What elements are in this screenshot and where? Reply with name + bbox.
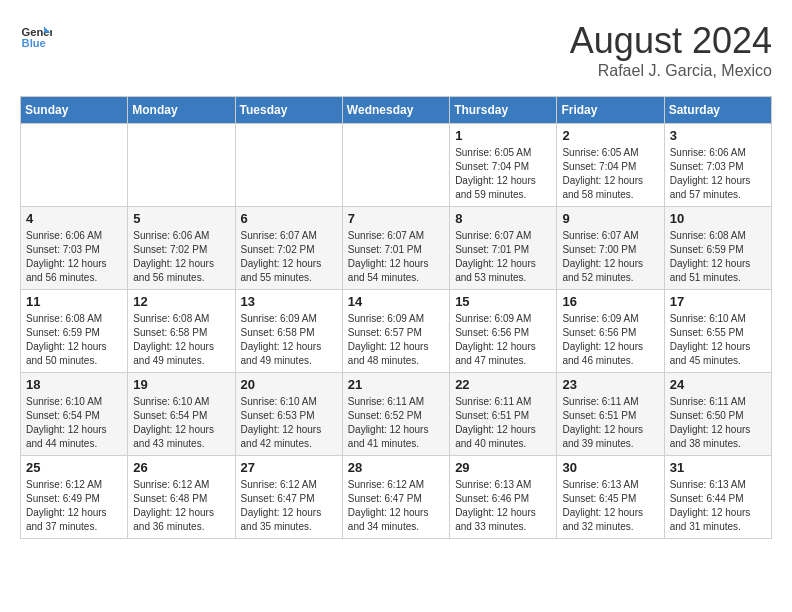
day-detail: Sunrise: 6:06 AMSunset: 7:03 PMDaylight:… [670, 146, 766, 202]
day-number: 11 [26, 294, 122, 309]
day-number: 17 [670, 294, 766, 309]
day-number: 30 [562, 460, 658, 475]
calendar-cell: 28Sunrise: 6:12 AMSunset: 6:47 PMDayligh… [342, 456, 449, 539]
calendar-cell: 26Sunrise: 6:12 AMSunset: 6:48 PMDayligh… [128, 456, 235, 539]
calendar-cell: 6Sunrise: 6:07 AMSunset: 7:02 PMDaylight… [235, 207, 342, 290]
weekday-header-monday: Monday [128, 97, 235, 124]
day-number: 3 [670, 128, 766, 143]
day-detail: Sunrise: 6:07 AMSunset: 7:01 PMDaylight:… [348, 229, 444, 285]
day-detail: Sunrise: 6:12 AMSunset: 6:47 PMDaylight:… [241, 478, 337, 534]
day-number: 21 [348, 377, 444, 392]
day-number: 6 [241, 211, 337, 226]
day-detail: Sunrise: 6:13 AMSunset: 6:45 PMDaylight:… [562, 478, 658, 534]
calendar-cell: 13Sunrise: 6:09 AMSunset: 6:58 PMDayligh… [235, 290, 342, 373]
calendar-cell: 19Sunrise: 6:10 AMSunset: 6:54 PMDayligh… [128, 373, 235, 456]
page-subtitle: Rafael J. Garcia, Mexico [570, 62, 772, 80]
calendar-cell: 29Sunrise: 6:13 AMSunset: 6:46 PMDayligh… [450, 456, 557, 539]
calendar-cell: 10Sunrise: 6:08 AMSunset: 6:59 PMDayligh… [664, 207, 771, 290]
day-detail: Sunrise: 6:09 AMSunset: 6:56 PMDaylight:… [455, 312, 551, 368]
weekday-header-tuesday: Tuesday [235, 97, 342, 124]
day-number: 14 [348, 294, 444, 309]
day-detail: Sunrise: 6:06 AMSunset: 7:02 PMDaylight:… [133, 229, 229, 285]
day-number: 13 [241, 294, 337, 309]
svg-text:Blue: Blue [22, 37, 46, 49]
day-detail: Sunrise: 6:11 AMSunset: 6:51 PMDaylight:… [455, 395, 551, 451]
day-detail: Sunrise: 6:13 AMSunset: 6:46 PMDaylight:… [455, 478, 551, 534]
weekday-header-saturday: Saturday [664, 97, 771, 124]
day-number: 4 [26, 211, 122, 226]
calendar-cell: 24Sunrise: 6:11 AMSunset: 6:50 PMDayligh… [664, 373, 771, 456]
day-detail: Sunrise: 6:09 AMSunset: 6:57 PMDaylight:… [348, 312, 444, 368]
calendar-cell: 4Sunrise: 6:06 AMSunset: 7:03 PMDaylight… [21, 207, 128, 290]
day-detail: Sunrise: 6:08 AMSunset: 6:59 PMDaylight:… [670, 229, 766, 285]
calendar-cell: 21Sunrise: 6:11 AMSunset: 6:52 PMDayligh… [342, 373, 449, 456]
calendar-cell [21, 124, 128, 207]
calendar-cell: 16Sunrise: 6:09 AMSunset: 6:56 PMDayligh… [557, 290, 664, 373]
day-number: 12 [133, 294, 229, 309]
day-detail: Sunrise: 6:09 AMSunset: 6:56 PMDaylight:… [562, 312, 658, 368]
day-detail: Sunrise: 6:05 AMSunset: 7:04 PMDaylight:… [455, 146, 551, 202]
day-number: 1 [455, 128, 551, 143]
day-detail: Sunrise: 6:06 AMSunset: 7:03 PMDaylight:… [26, 229, 122, 285]
calendar-cell: 30Sunrise: 6:13 AMSunset: 6:45 PMDayligh… [557, 456, 664, 539]
title-block: August 2024 Rafael J. Garcia, Mexico [570, 20, 772, 80]
day-detail: Sunrise: 6:07 AMSunset: 7:02 PMDaylight:… [241, 229, 337, 285]
calendar-cell: 25Sunrise: 6:12 AMSunset: 6:49 PMDayligh… [21, 456, 128, 539]
calendar-table: SundayMondayTuesdayWednesdayThursdayFrid… [20, 96, 772, 539]
calendar-cell: 17Sunrise: 6:10 AMSunset: 6:55 PMDayligh… [664, 290, 771, 373]
day-number: 16 [562, 294, 658, 309]
calendar-cell: 14Sunrise: 6:09 AMSunset: 6:57 PMDayligh… [342, 290, 449, 373]
day-detail: Sunrise: 6:08 AMSunset: 6:59 PMDaylight:… [26, 312, 122, 368]
day-detail: Sunrise: 6:12 AMSunset: 6:48 PMDaylight:… [133, 478, 229, 534]
calendar-cell: 3Sunrise: 6:06 AMSunset: 7:03 PMDaylight… [664, 124, 771, 207]
calendar-cell: 22Sunrise: 6:11 AMSunset: 6:51 PMDayligh… [450, 373, 557, 456]
day-number: 15 [455, 294, 551, 309]
day-detail: Sunrise: 6:05 AMSunset: 7:04 PMDaylight:… [562, 146, 658, 202]
calendar-cell: 9Sunrise: 6:07 AMSunset: 7:00 PMDaylight… [557, 207, 664, 290]
day-detail: Sunrise: 6:07 AMSunset: 7:00 PMDaylight:… [562, 229, 658, 285]
calendar-cell [128, 124, 235, 207]
day-number: 5 [133, 211, 229, 226]
calendar-cell: 31Sunrise: 6:13 AMSunset: 6:44 PMDayligh… [664, 456, 771, 539]
day-number: 31 [670, 460, 766, 475]
day-number: 28 [348, 460, 444, 475]
page-title: August 2024 [570, 20, 772, 62]
calendar-cell: 27Sunrise: 6:12 AMSunset: 6:47 PMDayligh… [235, 456, 342, 539]
weekday-header-sunday: Sunday [21, 97, 128, 124]
logo: General Blue [20, 20, 52, 52]
day-detail: Sunrise: 6:10 AMSunset: 6:54 PMDaylight:… [26, 395, 122, 451]
weekday-header-thursday: Thursday [450, 97, 557, 124]
day-detail: Sunrise: 6:12 AMSunset: 6:47 PMDaylight:… [348, 478, 444, 534]
day-detail: Sunrise: 6:13 AMSunset: 6:44 PMDaylight:… [670, 478, 766, 534]
calendar-cell [342, 124, 449, 207]
day-number: 23 [562, 377, 658, 392]
calendar-cell: 11Sunrise: 6:08 AMSunset: 6:59 PMDayligh… [21, 290, 128, 373]
logo-icon: General Blue [20, 20, 52, 52]
calendar-cell: 2Sunrise: 6:05 AMSunset: 7:04 PMDaylight… [557, 124, 664, 207]
day-detail: Sunrise: 6:11 AMSunset: 6:52 PMDaylight:… [348, 395, 444, 451]
calendar-cell: 5Sunrise: 6:06 AMSunset: 7:02 PMDaylight… [128, 207, 235, 290]
day-detail: Sunrise: 6:09 AMSunset: 6:58 PMDaylight:… [241, 312, 337, 368]
page-header: General Blue August 2024 Rafael J. Garci… [20, 20, 772, 80]
calendar-cell: 15Sunrise: 6:09 AMSunset: 6:56 PMDayligh… [450, 290, 557, 373]
day-detail: Sunrise: 6:10 AMSunset: 6:55 PMDaylight:… [670, 312, 766, 368]
day-number: 22 [455, 377, 551, 392]
weekday-header-wednesday: Wednesday [342, 97, 449, 124]
calendar-cell: 8Sunrise: 6:07 AMSunset: 7:01 PMDaylight… [450, 207, 557, 290]
day-detail: Sunrise: 6:11 AMSunset: 6:50 PMDaylight:… [670, 395, 766, 451]
day-number: 29 [455, 460, 551, 475]
day-detail: Sunrise: 6:12 AMSunset: 6:49 PMDaylight:… [26, 478, 122, 534]
day-number: 7 [348, 211, 444, 226]
day-detail: Sunrise: 6:10 AMSunset: 6:53 PMDaylight:… [241, 395, 337, 451]
day-number: 2 [562, 128, 658, 143]
calendar-cell: 12Sunrise: 6:08 AMSunset: 6:58 PMDayligh… [128, 290, 235, 373]
day-number: 10 [670, 211, 766, 226]
day-number: 27 [241, 460, 337, 475]
day-number: 18 [26, 377, 122, 392]
calendar-cell: 1Sunrise: 6:05 AMSunset: 7:04 PMDaylight… [450, 124, 557, 207]
day-detail: Sunrise: 6:11 AMSunset: 6:51 PMDaylight:… [562, 395, 658, 451]
calendar-cell: 7Sunrise: 6:07 AMSunset: 7:01 PMDaylight… [342, 207, 449, 290]
day-number: 8 [455, 211, 551, 226]
calendar-cell: 18Sunrise: 6:10 AMSunset: 6:54 PMDayligh… [21, 373, 128, 456]
calendar-cell [235, 124, 342, 207]
